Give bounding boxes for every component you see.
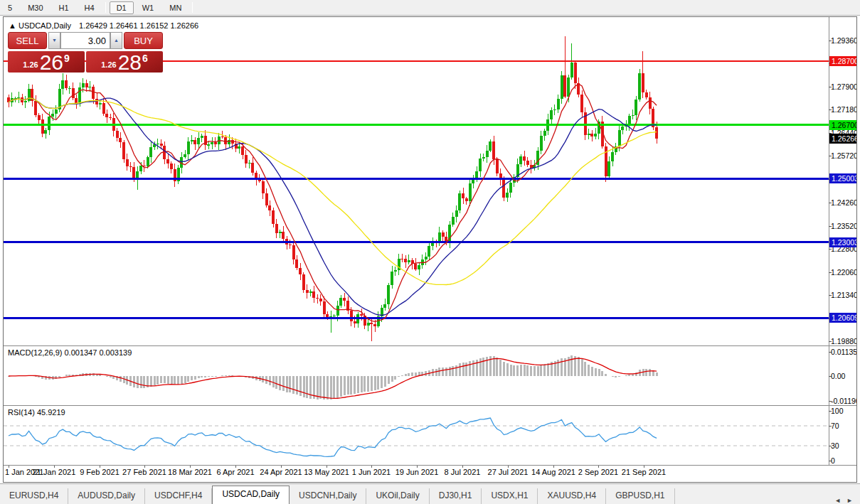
tab-usdchf-h4[interactable]: USDCHF,H4	[145, 488, 212, 504]
price-level-badge: 1.26700	[829, 120, 857, 130]
timeframe-button-mn[interactable]: MN	[162, 1, 189, 14]
chart-window: MACD(12,26,9) 0.001347 0.003139 RSI(14) …	[3, 16, 857, 483]
tab-usdcnh-daily[interactable]: USDCNH,Daily	[290, 488, 366, 504]
time-axis-label: 27 Jul 2021	[488, 468, 529, 476]
macd-indicator-label: MACD(12,26,9) 0.001347 0.003139	[8, 348, 132, 357]
sell-price-big: 26	[40, 53, 63, 72]
rsi-axis-tick-label: 70	[831, 421, 839, 431]
macd-axis-tick-label: -0.011904	[831, 396, 857, 406]
timeframe-button-5[interactable]: 5	[1, 1, 19, 14]
sell-button[interactable]: SELL	[8, 32, 47, 49]
rsi-axis-tick-label: 100	[831, 406, 844, 416]
chart-symbol-label: USDCAD,Daily	[18, 21, 71, 30]
time-axis-label: 14 Aug 2021	[531, 468, 575, 476]
collapse-panel-icon[interactable]: ▲	[9, 21, 16, 30]
timeframe-button-h1[interactable]: H1	[52, 1, 76, 14]
price-axis-tick-label: 1.27180	[831, 104, 857, 114]
buy-price-display[interactable]: 1.26 28 6	[86, 51, 163, 73]
buy-price-big: 28	[118, 53, 142, 72]
price-level-badge: 1.20609	[829, 313, 857, 323]
price-level-badge: 1.26266	[829, 134, 857, 144]
price-axis-tick-label: 1.21340	[831, 290, 857, 300]
chart-quote-header: ▲ USDCAD,Daily 1.26429 1.26461 1.26152 1…	[9, 21, 198, 30]
price-axis-tick-label: 1.19880	[831, 336, 857, 346]
toolbar-separator	[192, 2, 193, 13]
timeframe-button-w1[interactable]: W1	[135, 1, 161, 14]
tab-usdx-h1[interactable]: USDX,H1	[482, 488, 538, 504]
tab-xauusd-h4[interactable]: XAUUSD,H4	[538, 488, 606, 504]
rsi-axis-tick-label: 0	[831, 456, 835, 466]
price-axis-tick-label: 1.22060	[831, 267, 857, 277]
price-axis-tick-label: 1.29360	[831, 36, 857, 45]
time-axis-label: 1 Jun 2021	[352, 468, 391, 476]
timeframe-button-m30[interactable]: M30	[21, 1, 50, 14]
volume-decrease-button[interactable]: ▼	[48, 32, 60, 49]
chart-tab-bar: EURUSD,H4AUDUSD,DailyUSDCHF,H4USDCAD,Dai…	[0, 483, 860, 504]
pane-divider[interactable]	[4, 345, 856, 346]
pane-divider[interactable]	[4, 405, 856, 406]
toolbar-separator	[105, 2, 106, 13]
rsi-axis-tick-label: 30	[831, 441, 839, 451]
buy-button[interactable]: BUY	[124, 32, 163, 49]
time-axis-label: 18 Mar 2021	[168, 468, 212, 476]
tab-gbpusd-h1[interactable]: GBPUSD,H1	[606, 488, 674, 504]
time-axis-label: 21 Jan 2021	[33, 468, 76, 476]
macd-axis-tick-label: 0.01135	[831, 347, 857, 357]
price-axis-tick-label: 1.25720	[831, 151, 857, 161]
timeframe-button-d1[interactable]: D1	[110, 1, 134, 14]
time-axis-label: 13 May 2021	[304, 468, 349, 476]
macd-axis-tick-label: 0.00	[831, 371, 845, 381]
sell-price-pip: 9	[64, 53, 70, 64]
tab-audusd-daily[interactable]: AUDUSD,Daily	[68, 488, 145, 504]
volume-increase-button[interactable]: ▲	[110, 32, 122, 49]
timeframe-button-h4[interactable]: H4	[78, 1, 102, 14]
rsi-indicator-label: RSI(14) 45.9219	[8, 408, 65, 417]
one-click-trading-panel: SELL ▼ ▲ BUY 1.26 26 9 1.26 28 6	[8, 32, 163, 73]
buy-price-pip: 6	[142, 53, 148, 64]
time-axis-label: 27 Feb 2021	[122, 468, 166, 476]
tab-ukoil-daily[interactable]: UKOil,Daily	[366, 488, 429, 504]
sell-price-prefix: 1.26	[23, 60, 38, 69]
buy-price-prefix: 1.26	[101, 60, 116, 69]
price-axis-tick-label: 1.24260	[831, 198, 857, 208]
volume-input[interactable]	[60, 32, 110, 49]
time-axis-label: 9 Feb 2021	[80, 468, 120, 476]
time-axis-label: 19 Jun 2021	[396, 468, 439, 476]
sell-price-display[interactable]: 1.26 26 9	[8, 51, 85, 73]
pane-divider	[4, 465, 856, 466]
price-level-badge: 1.25003	[829, 173, 857, 183]
time-axis-label: 21 Sep 2021	[622, 468, 666, 476]
time-axis-label: 24 Apr 2021	[260, 468, 302, 476]
price-axis-tick-label: 1.23520	[831, 221, 857, 231]
tab-usdcad-daily[interactable]: USDCAD,Daily	[212, 486, 290, 504]
time-axis-label: 6 Apr 2021	[216, 468, 254, 476]
tab-eurusd-h4[interactable]: EURUSD,H4	[0, 488, 68, 504]
price-level-badge: 1.28700	[829, 56, 857, 66]
time-axis-label: 8 Jul 2021	[445, 468, 481, 476]
time-axis-label: 2 Sep 2021	[578, 468, 618, 476]
chart-ohlc-values: 1.26429 1.26461 1.26152 1.26266	[79, 21, 198, 30]
tab-dj30-h1[interactable]: DJ30,H1	[430, 488, 482, 504]
rsi-chart-canvas[interactable]	[4, 406, 829, 465]
timeframe-toolbar: 5M30H1H4D1W1MN	[0, 0, 860, 16]
scroll-tabs-right-icon[interactable]: ►	[846, 497, 853, 504]
price-axis-tick-label: 1.27900	[831, 82, 857, 92]
price-level-badge: 1.23003	[829, 237, 857, 247]
scroll-tabs-left-icon[interactable]: ◄	[834, 497, 841, 504]
